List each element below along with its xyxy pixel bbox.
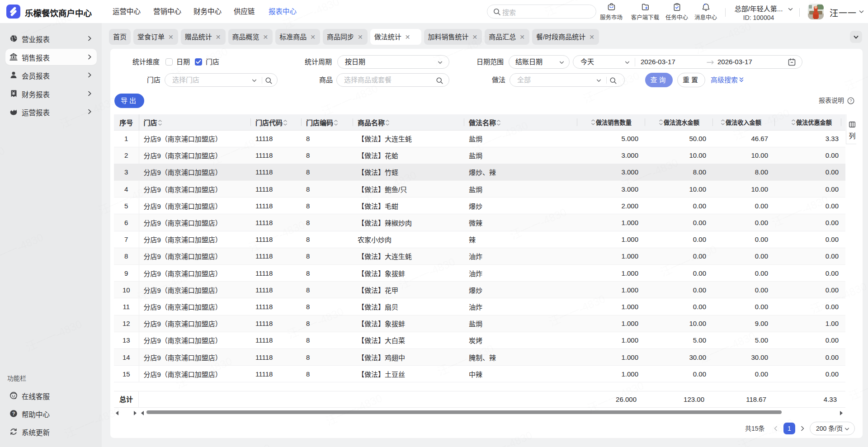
svg-text:?: ? bbox=[849, 98, 852, 103]
svg-text:?: ? bbox=[12, 411, 15, 416]
